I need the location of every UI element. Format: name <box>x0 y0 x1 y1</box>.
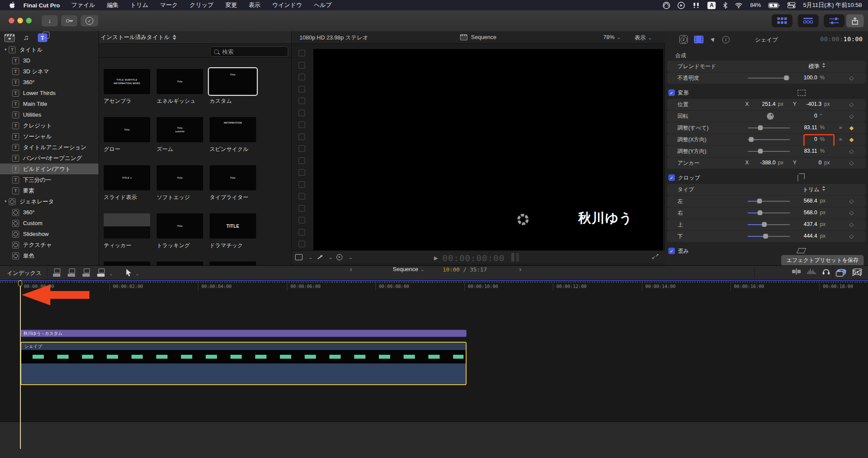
keyframe-set-icon[interactable]: ◆ <box>849 136 854 143</box>
close-window-button[interactable] <box>9 18 14 23</box>
menu-item[interactable]: トリム <box>130 1 148 9</box>
audio-meters[interactable] <box>511 253 519 262</box>
scale-all-slider[interactable] <box>748 128 790 128</box>
title-thumbnail-cell[interactable]: Title subtitle ズーム <box>157 117 203 153</box>
crop-checkbox[interactable]: ✓ <box>668 174 675 181</box>
opacity-value[interactable]: 100.0 <box>789 75 817 81</box>
chevron-down-icon[interactable]: ⌄ <box>349 255 352 260</box>
viewer-canvas[interactable]: 秋川ゆう <box>313 49 663 250</box>
opacity-slider[interactable] <box>748 78 790 79</box>
keyframe-diamond-icon[interactable]: ◇ <box>849 198 854 204</box>
chevron-down-icon[interactable]: ⌄ <box>135 272 139 276</box>
sidebar-item[interactable]: T クレジット <box>0 120 99 131</box>
music-recognition-icon[interactable] <box>677 2 685 9</box>
show-timeline-button[interactable] <box>798 14 819 27</box>
rotation-dial[interactable] <box>767 113 774 120</box>
position-y-value[interactable]: -401.3 <box>795 101 822 107</box>
keyframe-diamond-icon[interactable]: ◇ <box>849 75 854 81</box>
menu-bar-clock[interactable]: 5月11日(木) 午前10:58 <box>803 1 862 9</box>
viewer-zoom-menu[interactable]: 78%⌄ <box>603 34 621 40</box>
insert-edit-icon[interactable]: ↓ <box>68 268 77 277</box>
disclosure-triangle-icon[interactable]: ▼ <box>3 200 9 203</box>
fullscreen-expand-icon[interactable]: ↗↙ <box>652 253 659 260</box>
index-button[interactable]: インデックス <box>7 269 42 277</box>
sidebar-item[interactable]: テクスチャ <box>0 239 99 250</box>
solo-headphones-icon[interactable] <box>822 268 830 275</box>
stepper-chevrons-icon[interactable] <box>173 35 176 40</box>
scale-y-slider[interactable] <box>748 151 790 152</box>
anchor-y-value[interactable]: 0 <box>795 160 822 166</box>
menu-item[interactable]: 変更 <box>225 1 237 9</box>
disclosure-triangle-icon[interactable]: ▼ <box>3 48 9 52</box>
sidebar-item[interactable]: 単色 <box>0 250 99 261</box>
sidebar-item[interactable]: T タイトルアニメーション <box>0 142 99 153</box>
keyframe-diamond-icon[interactable]: ◇ <box>849 233 854 239</box>
keyword-editor-button[interactable] <box>61 15 77 26</box>
audio-skimming-icon[interactable] <box>807 268 816 275</box>
search-field[interactable] <box>210 46 288 57</box>
title-thumbnail-cell[interactable]: Title エネルギッシュ <box>157 69 203 105</box>
title-thumbnail-cell[interactable]: Title <box>104 262 150 265</box>
sidebar-item[interactable]: T 要素 <box>0 185 99 196</box>
title-thumbnail[interactable] <box>157 262 203 265</box>
title-thumbnail[interactable] <box>210 262 256 265</box>
battery-icon[interactable] <box>768 3 780 8</box>
creative-cloud-icon[interactable] <box>663 2 670 9</box>
crop-onscreen-icon[interactable] <box>798 175 798 181</box>
keyframe-set-icon[interactable]: ◆ <box>849 124 854 131</box>
enhancements-wand-icon[interactable]: ✳ <box>316 254 322 260</box>
title-thumbnail[interactable]: Title <box>210 165 256 190</box>
title-thumbnail[interactable]: TITLE SUBTITLE INFORMATION MORE <box>104 69 150 94</box>
timeline-ruler[interactable]: 00:00:00:0000:00:02:0000:00:04:0000:00:0… <box>0 281 868 292</box>
stepper-chevrons-icon[interactable] <box>822 186 825 191</box>
title-thumbnail-cell[interactable]: Title カスタム <box>210 69 256 105</box>
browser-header[interactable]: インストール済みタイトル <box>99 31 292 44</box>
title-thumbnail-cell[interactable] <box>157 262 203 265</box>
transform-onscreen-icon[interactable] <box>798 90 806 96</box>
distort-onscreen-icon[interactable] <box>797 248 806 253</box>
keyframe-diamond-icon[interactable]: ◇ <box>849 160 854 166</box>
minimize-window-button[interactable] <box>17 18 23 23</box>
crop-left-slider[interactable] <box>748 201 790 202</box>
append-edit-icon[interactable]: ↓ <box>82 268 92 277</box>
sidebar-item[interactable]: T ソーシャル <box>0 131 99 142</box>
title-thumbnail-cell[interactable]: TITLE ドラマチック <box>210 213 256 249</box>
rotation-value[interactable]: 0 <box>789 113 817 119</box>
apple-menu[interactable] <box>10 2 16 9</box>
airpods-icon[interactable] <box>692 2 700 9</box>
sidebar-item[interactable]: Custom <box>0 218 99 229</box>
title-clip[interactable]: 秋川ゆう - カスタム <box>20 330 467 337</box>
audio-media-icon[interactable]: ♫ <box>23 33 29 42</box>
crop-bottom-value[interactable]: 444.4 <box>789 233 817 239</box>
keyframe-diamond-icon[interactable]: ◇ <box>849 113 854 119</box>
keyframe-nav-arrows-icon[interactable]: » <box>839 124 841 131</box>
menu-item[interactable]: マーク <box>160 1 178 9</box>
overwrite-edit-icon[interactable] <box>97 268 107 277</box>
next-button[interactable]: › <box>519 265 522 274</box>
sidebar-item[interactable]: T 3D シネマ <box>0 66 99 77</box>
title-thumbnail-cell[interactable]: Title グロー <box>104 117 150 153</box>
titles-generators-icon[interactable]: T <box>38 33 47 42</box>
crop-right-value[interactable]: 568.0 <box>789 209 817 216</box>
select-tool[interactable] <box>126 269 132 278</box>
keyframe-diamond-icon[interactable]: ◇ <box>849 221 854 228</box>
stepper-chevrons-icon[interactable] <box>822 63 825 68</box>
show-browser-button[interactable] <box>772 14 792 27</box>
menu-item[interactable]: ウインドウ <box>272 1 302 9</box>
menu-item[interactable]: ファイル <box>71 1 95 9</box>
transform-tool-icon[interactable] <box>295 254 302 260</box>
crop-right-slider[interactable] <box>748 213 790 213</box>
title-thumbnail-cell[interactable]: ティッカー <box>104 213 150 249</box>
blend-mode-value[interactable]: 標準 <box>774 63 819 70</box>
scale-all-value[interactable]: 83.11 <box>789 124 817 131</box>
title-thumbnail[interactable]: Title <box>157 165 203 190</box>
title-thumbnail-cell[interactable]: TITLE SUBTITLE INFORMATION MORE アセンブラ <box>104 69 150 105</box>
title-thumbnail[interactable]: Title <box>210 69 256 94</box>
crop-bottom-slider[interactable] <box>748 236 790 237</box>
share-button[interactable] <box>846 14 864 27</box>
keyframe-diamond-icon[interactable]: ◇ <box>849 148 854 154</box>
shape-clip-selected[interactable]: シェイプ <box>20 342 467 385</box>
play-button[interactable]: ▶ <box>434 255 438 261</box>
connect-edit-icon[interactable] <box>53 268 62 277</box>
transform-checkbox[interactable]: ✓ <box>668 89 675 96</box>
